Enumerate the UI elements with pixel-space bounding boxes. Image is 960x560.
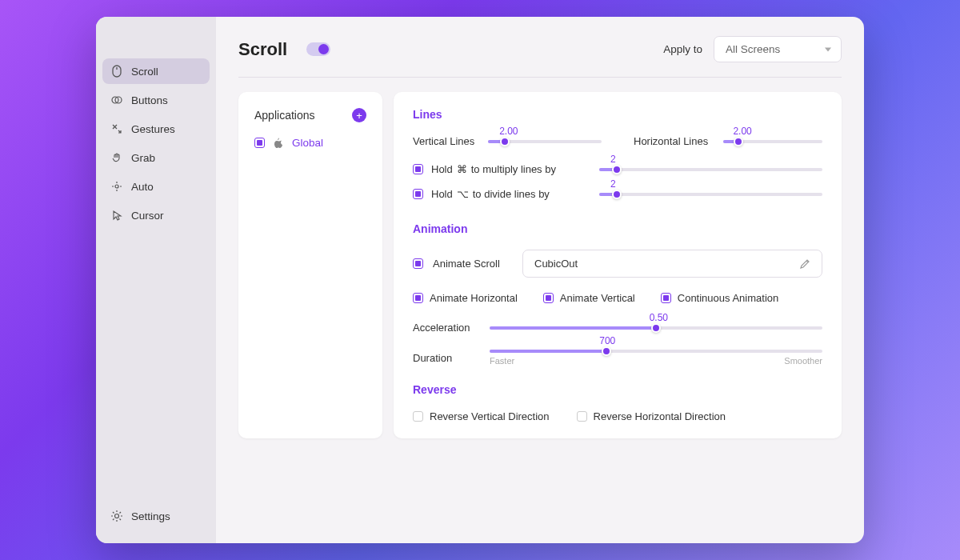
vertical-lines-slider[interactable] bbox=[488, 140, 602, 143]
app-item-global[interactable]: Global bbox=[254, 137, 366, 149]
option-key-icon: ⌥ bbox=[457, 188, 469, 200]
multiply-value: 2 bbox=[610, 154, 616, 165]
smoother-hint: Smoother bbox=[784, 356, 822, 366]
apply-to-select[interactable]: All Screens bbox=[714, 36, 842, 62]
settings-panel: Lines Vertical Lines 2.00 Hor bbox=[394, 92, 842, 438]
continuous-animation-option[interactable]: Continuous Animation bbox=[661, 292, 778, 304]
horizontal-lines-label: Horizontal Lines bbox=[634, 135, 714, 147]
animate-scroll-label: Animate Scroll bbox=[433, 258, 513, 270]
reverse-horizontal-option[interactable]: Reverse Horizontal Direction bbox=[577, 410, 726, 422]
divide-label: Hold ⌥ to divide lines by bbox=[431, 188, 591, 200]
sidebar-item-label: Grab bbox=[131, 152, 155, 164]
header: Scroll Apply to All Screens bbox=[238, 36, 842, 78]
svg-point-5 bbox=[115, 514, 119, 518]
app-name: Global bbox=[292, 137, 323, 149]
duration-value: 700 bbox=[599, 335, 615, 346]
sidebar: Scroll Buttons Gestures Grab bbox=[96, 17, 216, 543]
multiply-checkbox[interactable] bbox=[413, 164, 423, 174]
animate-horizontal-checkbox[interactable] bbox=[413, 293, 423, 303]
reverse-vertical-checkbox[interactable] bbox=[413, 411, 423, 422]
auto-icon bbox=[110, 180, 123, 193]
animate-vertical-checkbox[interactable] bbox=[543, 293, 554, 303]
acceleration-label: Acceleration bbox=[413, 322, 474, 334]
animate-horizontal-label: Animate Horizontal bbox=[430, 292, 518, 304]
faster-hint: Faster bbox=[490, 356, 514, 366]
mouse-icon bbox=[110, 65, 123, 78]
cursor-icon bbox=[110, 209, 123, 222]
reverse-horizontal-checkbox[interactable] bbox=[577, 411, 587, 422]
sidebar-item-label: Cursor bbox=[131, 210, 164, 222]
divide-checkbox[interactable] bbox=[413, 189, 423, 199]
sidebar-item-grab[interactable]: Grab bbox=[102, 145, 210, 170]
multiply-label: Hold ⌘ to multiply lines by bbox=[431, 163, 591, 175]
pencil-icon bbox=[799, 258, 810, 270]
hand-icon bbox=[110, 151, 123, 164]
animation-section-title: Animation bbox=[413, 222, 822, 235]
divide-value: 2 bbox=[610, 178, 616, 190]
easing-value: CubicOut bbox=[534, 258, 578, 270]
sidebar-item-gestures[interactable]: Gestures bbox=[102, 116, 210, 142]
reverse-vertical-label: Reverse Vertical Direction bbox=[430, 410, 550, 422]
page-title: Scroll bbox=[238, 39, 287, 60]
continuous-animation-label: Continuous Animation bbox=[678, 292, 778, 304]
animate-vertical-option[interactable]: Animate Vertical bbox=[543, 292, 635, 304]
sidebar-item-label: Settings bbox=[131, 510, 170, 522]
main-content: Scroll Apply to All Screens Applications… bbox=[216, 17, 864, 543]
scroll-enable-toggle[interactable] bbox=[306, 42, 330, 56]
animate-scroll-checkbox[interactable] bbox=[413, 258, 423, 269]
applications-title: Applications bbox=[254, 109, 315, 122]
reverse-section-title: Reverse bbox=[413, 383, 822, 396]
acceleration-value: 0.50 bbox=[650, 312, 668, 323]
vertical-lines-group: Vertical Lines 2.00 bbox=[413, 135, 602, 147]
sidebar-item-label: Scroll bbox=[131, 66, 158, 78]
horizontal-lines-value: 2.00 bbox=[733, 126, 751, 137]
lines-section-title: Lines bbox=[413, 108, 822, 121]
animate-horizontal-option[interactable]: Animate Horizontal bbox=[413, 292, 518, 304]
duration-slider[interactable] bbox=[490, 350, 822, 353]
multiply-slider[interactable] bbox=[599, 168, 822, 171]
circles-icon bbox=[110, 94, 123, 106]
horizontal-lines-slider[interactable] bbox=[723, 140, 822, 143]
acceleration-slider[interactable] bbox=[490, 326, 822, 330]
vertical-lines-value: 2.00 bbox=[499, 126, 518, 137]
sidebar-item-settings[interactable]: Settings bbox=[102, 503, 210, 529]
continuous-animation-checkbox[interactable] bbox=[661, 293, 671, 303]
apple-icon bbox=[273, 138, 284, 149]
horizontal-lines-group: Horizontal Lines 2.00 bbox=[634, 135, 822, 147]
applications-panel: Applications + Global bbox=[238, 92, 382, 438]
sidebar-item-buttons[interactable]: Buttons bbox=[102, 87, 210, 113]
animate-vertical-label: Animate Vertical bbox=[560, 292, 635, 304]
apply-to-value: All Screens bbox=[726, 43, 780, 55]
gesture-icon bbox=[110, 122, 123, 135]
app-checkbox[interactable] bbox=[254, 138, 265, 148]
reverse-vertical-option[interactable]: Reverse Vertical Direction bbox=[413, 410, 550, 422]
easing-select[interactable]: CubicOut bbox=[522, 250, 822, 278]
divide-slider[interactable] bbox=[599, 193, 822, 196]
sidebar-item-auto[interactable]: Auto bbox=[102, 174, 210, 199]
gear-icon bbox=[110, 510, 123, 522]
vertical-lines-label: Vertical Lines bbox=[413, 135, 478, 147]
reverse-horizontal-label: Reverse Horizontal Direction bbox=[594, 410, 726, 422]
add-application-button[interactable]: + bbox=[352, 108, 366, 122]
apply-to-label: Apply to bbox=[663, 43, 702, 55]
command-key-icon: ⌘ bbox=[457, 163, 467, 175]
sidebar-item-cursor[interactable]: Cursor bbox=[102, 202, 210, 228]
sidebar-item-label: Auto bbox=[131, 181, 154, 193]
sidebar-item-label: Buttons bbox=[131, 94, 168, 106]
app-window: Scroll Buttons Gestures Grab bbox=[96, 17, 864, 543]
sidebar-item-label: Gestures bbox=[131, 123, 175, 135]
svg-point-4 bbox=[115, 185, 118, 188]
duration-label: Duration bbox=[413, 352, 474, 364]
sidebar-item-scroll[interactable]: Scroll bbox=[102, 58, 210, 84]
